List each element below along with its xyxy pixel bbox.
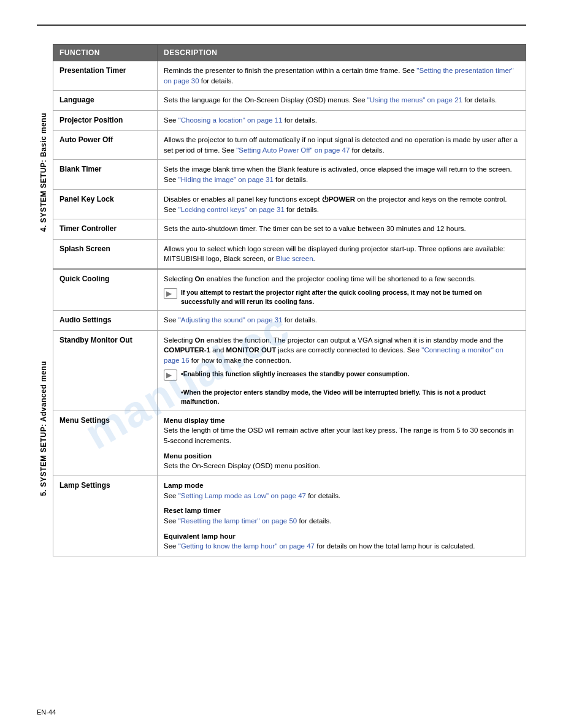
power-text: POWER <box>329 195 355 203</box>
desc-splash-screen: Allows you to select which logo screen w… <box>158 239 526 269</box>
on-text-quick: On <box>195 275 205 282</box>
link-language[interactable]: "Using the menus" on page 21 <box>367 96 462 104</box>
link-audio-settings[interactable]: "Adjusting the sound" on page 31 <box>178 316 283 324</box>
table-row: Audio Settings See "Adjusting the sound"… <box>53 311 526 330</box>
table-row: Lamp Settings Lamp mode See "Setting Lam… <box>53 476 526 556</box>
link-projector-position[interactable]: "Choosing a location" on page 11 <box>178 116 283 124</box>
desc-panel-key-lock: Disables or enables all panel key functi… <box>158 189 526 219</box>
func-presentation-timer: Presentation Timer <box>53 61 158 91</box>
func-panel-key-lock: Panel Key Lock <box>53 189 158 219</box>
note-standby-1: •Enabling this function slightly increas… <box>164 370 519 406</box>
func-lamp-settings: Lamp Settings <box>53 476 158 556</box>
table-header-row: FUNCTION DESCRIPTION <box>53 45 526 61</box>
menu-position-label: Menu position <box>164 451 519 461</box>
func-auto-power-off: Auto Power Off <box>53 131 158 160</box>
desc-blank-timer: Sets the image blank time when the Blank… <box>158 160 526 189</box>
table-row: Splash Screen Allows you to select which… <box>53 239 526 269</box>
link-panel-key-lock[interactable]: "Locking control keys" on page 31 <box>178 206 285 213</box>
func-language: Language <box>53 91 158 110</box>
equiv-lamp-label: Equivalent lamp hour <box>164 531 519 542</box>
menu-display-time-desc: Sets the length of time the OSD will rem… <box>164 425 519 446</box>
desc-language: Sets the language for the On-Screen Disp… <box>158 91 526 110</box>
main-table: FUNCTION DESCRIPTION Presentation Timer … <box>53 44 526 556</box>
table-wrapper: FUNCTION DESCRIPTION Presentation Timer … <box>53 44 526 556</box>
note-standby-video: •When the projector enters standby mode,… <box>181 388 519 406</box>
desc-audio-settings: See "Adjusting the sound" on page 31 for… <box>158 311 526 330</box>
equiv-lamp-desc: See "Getting to know the lamp hour" on p… <box>164 541 519 552</box>
note-text-quick: If you attempt to restart the projector … <box>181 288 519 306</box>
table-row: Blank Timer Sets the image blank time wh… <box>53 160 526 189</box>
lamp-mode-desc: See "Setting Lamp mode as Low" on page 4… <box>164 491 519 501</box>
sidebar-section2: 5. SYSTEM SETUP: Advanced menu <box>39 300 48 556</box>
desc-standby-monitor-out: Selecting On enables the function. The p… <box>158 330 526 411</box>
table-row: Standby Monitor Out Selecting On enables… <box>53 330 526 411</box>
note-standby-power: •Enabling this function slightly increas… <box>181 370 519 379</box>
func-audio-settings: Audio Settings <box>53 311 158 330</box>
power-icon: ⏻ <box>322 195 329 203</box>
table-row: Menu Settings Menu display time Sets the… <box>53 411 526 476</box>
reset-lamp-label: Reset lamp timer <box>164 506 519 516</box>
desc-projector-position: See "Choosing a location" on page 11 for… <box>158 110 526 130</box>
note-text-standby: •Enabling this function slightly increas… <box>181 370 519 406</box>
on-text-standby: On <box>195 336 205 344</box>
func-splash-screen: Splash Screen <box>53 239 158 269</box>
monitor-out-text: MONITOR OUT <box>226 346 277 354</box>
note-quick-cooling: If you attempt to restart the projector … <box>164 288 519 306</box>
sidebar-label-basic: 4. SYSTEM SETUP: Basic menu <box>39 113 48 232</box>
link-standby-monitor[interactable]: "Connecting a monitor" on page 16 <box>164 346 504 364</box>
sidebar-label-advanced: 5. SYSTEM SETUP: Advanced menu <box>39 361 48 496</box>
note-icon-standby <box>164 370 177 381</box>
desc-presentation-timer: Reminds the presenter to finish the pres… <box>158 61 526 91</box>
table-row: Timer Controller Sets the auto-shutdown … <box>53 219 526 239</box>
link-reset-lamp[interactable]: "Resetting the lamp timer" on page 50 <box>178 517 297 525</box>
lamp-mode-label: Lamp mode <box>164 480 519 491</box>
sidebar: 4. SYSTEM SETUP: Basic menu 5. SYSTEM SE… <box>37 44 50 556</box>
desc-menu-settings: Menu display time Sets the length of tim… <box>158 411 526 476</box>
reset-lamp-desc: See "Resetting the lamp timer" on page 5… <box>164 516 519 526</box>
func-standby-monitor-out: Standby Monitor Out <box>53 330 158 411</box>
func-menu-settings: Menu Settings <box>53 411 158 476</box>
table-row: Language Sets the language for the On-Sc… <box>53 91 526 110</box>
link-auto-power-off[interactable]: "Setting Auto Power Off" on page 47 <box>236 146 350 154</box>
menu-position-desc: Sets the On-Screen Display (OSD) menu po… <box>164 461 519 471</box>
table-row: Projector Position See "Choosing a locat… <box>53 110 526 130</box>
computer1-text: COMPUTER-1 <box>164 346 210 354</box>
desc-timer-controller: Sets the auto-shutdown timer. The timer … <box>158 219 526 239</box>
table-row: Quick Cooling Selecting On enables the f… <box>53 269 526 311</box>
sidebar-section1: 4. SYSTEM SETUP: Basic menu <box>39 44 48 300</box>
func-timer-controller: Timer Controller <box>53 219 158 239</box>
link-blank-timer[interactable]: "Hiding the image" on page 31 <box>178 176 274 183</box>
table-row: Presentation Timer Reminds the presenter… <box>53 61 526 91</box>
header-function: FUNCTION <box>53 45 158 61</box>
func-blank-timer: Blank Timer <box>53 160 158 189</box>
blue-screen-text: Blue screen <box>276 255 313 262</box>
desc-lamp-settings: Lamp mode See "Setting Lamp mode as Low"… <box>158 476 526 556</box>
func-projector-position: Projector Position <box>53 110 158 130</box>
top-rule <box>37 25 526 26</box>
link-presentation-timer[interactable]: "Setting the presentation timer" on page… <box>164 67 514 85</box>
table-row: Panel Key Lock Disables or enables all p… <box>53 189 526 219</box>
desc-quick-cooling: Selecting On enables the function and th… <box>158 269 526 311</box>
note-icon-quick <box>164 288 177 299</box>
desc-auto-power-off: Allows the projector to turn off automat… <box>158 131 526 160</box>
link-lamp-mode[interactable]: "Setting Lamp mode as Low" on page 47 <box>178 492 306 499</box>
func-quick-cooling: Quick Cooling <box>53 269 158 311</box>
menu-display-time-label: Menu display time <box>164 415 519 426</box>
page-number: EN-44 <box>37 708 56 716</box>
header-description: DESCRIPTION <box>158 45 526 61</box>
link-equiv-lamp[interactable]: "Getting to know the lamp hour" on page … <box>178 542 315 550</box>
table-row: Auto Power Off Allows the projector to t… <box>53 131 526 160</box>
